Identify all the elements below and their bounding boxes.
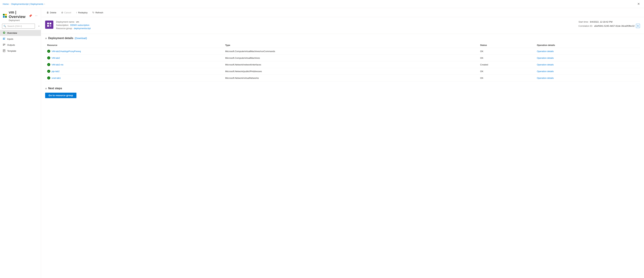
- svg-point-5: [4, 32, 4, 33]
- deployment-name-label: Deployment name:: [56, 21, 75, 23]
- cancel-icon: ⊘: [61, 11, 63, 14]
- cell-op-details-2: Operation details: [535, 61, 640, 68]
- col-status: Status: [478, 43, 535, 48]
- table-body: ✓ VM-lab2/AadAppProxyPrereq Microsoft.Co…: [45, 48, 640, 81]
- svg-rect-9: [3, 44, 5, 44]
- svg-rect-8: [3, 39, 5, 40]
- sidebar-item-overview[interactable]: Overview: [0, 30, 41, 36]
- redeploy-button[interactable]: ↑ Redeploy: [74, 10, 90, 15]
- svg-rect-15: [4, 51, 4, 51]
- deployment-name-row: Deployment name: vm: [56, 21, 576, 23]
- resource-group-label: Resource group:: [56, 27, 72, 30]
- cancel-label: Cancel: [64, 11, 71, 14]
- svg-rect-3: [5, 16, 7, 18]
- breadcrumb-home[interactable]: Home: [3, 3, 9, 5]
- download-link[interactable]: (Download): [75, 37, 87, 40]
- deployment-fields: Deployment name: vm Subscription: DEMO s…: [56, 21, 576, 30]
- go-to-resource-group-button[interactable]: Go to resource group: [45, 93, 76, 98]
- subscription-value[interactable]: DEMO subscription: [70, 24, 90, 26]
- table-row: ✓ VM-lab2 Microsoft.Compute/virtualMachi…: [45, 55, 640, 61]
- breadcrumb-parent[interactable]: Deploymentscript | Deployments: [11, 3, 43, 5]
- search-input[interactable]: [2, 24, 35, 29]
- op-details-link-4[interactable]: Operation details: [537, 77, 554, 79]
- svg-rect-7: [3, 39, 4, 39]
- cancel-button[interactable]: ⊘ Cancel: [59, 10, 73, 15]
- outputs-icon: [3, 43, 6, 47]
- sidebar-label-template: Template: [7, 50, 16, 52]
- search-container: 🔍: [2, 24, 35, 29]
- op-details-link-2[interactable]: Operation details: [537, 63, 554, 66]
- deployment-details-toggle[interactable]: ∧: [45, 37, 47, 40]
- sidebar-item-template[interactable]: Template: [0, 48, 41, 54]
- resource-link-1[interactable]: VM-lab2: [52, 57, 60, 59]
- sidebar-item-outputs[interactable]: Outputs: [0, 42, 41, 48]
- svg-rect-16: [47, 23, 49, 24]
- correlation-label: Correlation ID:: [578, 25, 593, 27]
- svg-rect-6: [3, 38, 5, 38]
- cell-status-3: OK: [478, 68, 535, 75]
- resource-group-value[interactable]: deploymentscript: [74, 27, 91, 30]
- cell-resource-4: ✓ vnet-lab1: [45, 75, 223, 81]
- breadcrumb-chevron-2: ›: [44, 3, 45, 5]
- op-details-link-0[interactable]: Operation details: [537, 50, 554, 53]
- resource-link-2[interactable]: VM-lab2-nic: [52, 63, 64, 66]
- resource-link-3[interactable]: pip-lab2: [52, 70, 60, 73]
- toolbar: 🗑 Delete ⊘ Cancel ↑ Redeploy ↻ Refresh: [41, 8, 644, 17]
- table-header: Resource Type Status Operation details: [45, 43, 640, 48]
- cell-op-details-1: Operation details: [535, 55, 640, 61]
- svg-rect-2: [3, 16, 4, 18]
- breadcrumb: Home › Deploymentscript | Deployments ›: [3, 3, 45, 5]
- cell-op-details-4: Operation details: [535, 75, 640, 81]
- refresh-icon: ↻: [92, 11, 94, 14]
- delete-button[interactable]: 🗑 Delete: [44, 10, 58, 15]
- cell-op-details-3: Operation details: [535, 68, 640, 75]
- copy-correlation-button[interactable]: ⧉: [636, 24, 640, 28]
- svg-rect-14: [4, 51, 5, 51]
- correlation-value: a5ef5941-5245-4b57-81de-36ca0f3fbc32: [594, 25, 634, 27]
- overview-icon: [3, 31, 6, 35]
- status-icon-3: ✓: [47, 70, 50, 73]
- start-time-row: Start time: 8/4/2022, 12:18:42 PM: [578, 21, 640, 23]
- col-op-details: Operation details: [535, 43, 640, 48]
- more-button[interactable]: ···: [34, 14, 38, 18]
- subscription-label: Subscription:: [56, 24, 69, 26]
- template-icon: [3, 49, 6, 53]
- cell-type-4: Microsoft.Network/virtualNetworks: [223, 75, 478, 81]
- pin-button[interactable]: 📌: [28, 14, 33, 18]
- resource-icon: [3, 13, 7, 19]
- start-time-label: Start time:: [578, 21, 588, 23]
- subscription-row: Subscription: DEMO subscription: [56, 24, 576, 26]
- sidebar-nav: Overview Inputs: [0, 30, 41, 54]
- deployment-service-icon: [45, 21, 53, 29]
- delete-label: Delete: [50, 11, 56, 14]
- resource-type-label: Deployment: [9, 19, 26, 22]
- cell-resource-2: ✓ VM-lab2-nic: [45, 61, 223, 68]
- close-button[interactable]: ✕: [636, 1, 641, 7]
- collapse-sidebar-button[interactable]: «: [37, 24, 41, 28]
- svg-rect-11: [3, 45, 4, 46]
- deployment-details-title: Deployment details: [48, 37, 73, 40]
- op-details-link-3[interactable]: Operation details: [537, 70, 554, 73]
- status-icon-0: ✓: [47, 50, 50, 53]
- status-icon-4: ✓: [47, 76, 50, 79]
- deployment-details-section: ∧ Deployment details (Download) Resource…: [41, 34, 644, 84]
- status-icon-2: ✓: [47, 63, 50, 66]
- cell-type-0: Microsoft.Compute/virtualMachines/runCom…: [223, 48, 478, 55]
- next-steps-header: ∧ Next steps: [45, 87, 640, 90]
- deployment-name-value: vm: [76, 21, 79, 23]
- deployment-meta: Start time: 8/4/2022, 12:18:42 PM Correl…: [578, 21, 640, 29]
- sidebar-item-inputs[interactable]: Inputs: [0, 36, 41, 42]
- resource-link-4[interactable]: vnet-lab1: [52, 77, 61, 79]
- sidebar-label-outputs: Outputs: [7, 44, 15, 46]
- next-steps-toggle[interactable]: ∧: [45, 87, 47, 90]
- cell-resource-0: ✓ VM-lab2/AadAppProxyPrereq: [45, 48, 223, 55]
- refresh-button[interactable]: ↻ Refresh: [90, 10, 105, 15]
- resource-link-0[interactable]: VM-lab2/AadAppProxyPrereq: [52, 50, 81, 53]
- status-icon-1: ✓: [47, 56, 50, 59]
- svg-rect-18: [47, 25, 49, 27]
- op-details-link-1[interactable]: Operation details: [537, 57, 554, 59]
- start-time-value: 8/4/2022, 12:18:42 PM: [590, 21, 612, 23]
- resource-group-row: Resource group: deploymentscript: [56, 27, 576, 30]
- deployment-info-panel: Deployment name: vm Subscription: DEMO s…: [41, 17, 644, 34]
- refresh-label: Refresh: [96, 11, 103, 14]
